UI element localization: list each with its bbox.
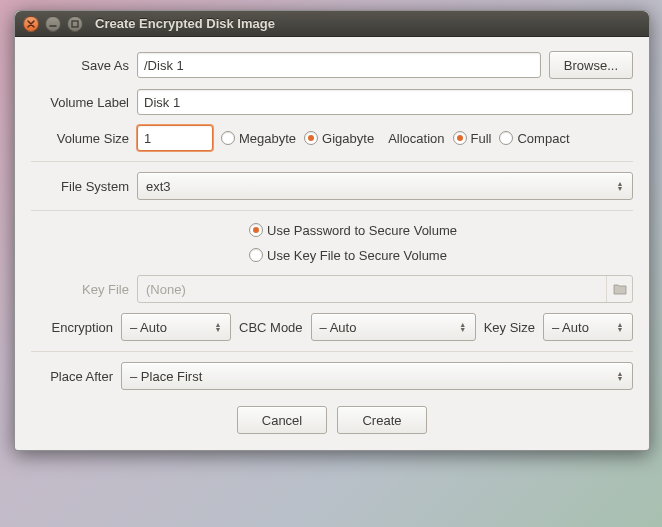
row-place-after: Place After – Place First ▲▼ <box>31 362 633 390</box>
radio-use-password[interactable]: Use Password to Secure Volume <box>249 223 457 238</box>
svg-rect-0 <box>72 21 78 27</box>
keyfile-placeholder: (None) <box>138 282 606 297</box>
cbc-mode-select[interactable]: – Auto ▲▼ <box>311 313 476 341</box>
radio-use-keyfile[interactable]: Use Key File to Secure Volume <box>249 248 447 263</box>
separator <box>31 351 633 352</box>
titlebar: Create Encrypted Disk Image <box>15 11 649 37</box>
encryption-value: – Auto <box>130 320 212 335</box>
dialog-window: Create Encrypted Disk Image Save As Brow… <box>14 10 650 451</box>
volume-size-input[interactable] <box>137 125 213 151</box>
key-size-select[interactable]: – Auto ▲▼ <box>543 313 633 341</box>
radio-compact[interactable]: Compact <box>499 131 569 146</box>
filesystem-select[interactable]: ext3 ▲▼ <box>137 172 633 200</box>
separator <box>31 210 633 211</box>
radio-use-keyfile-label: Use Key File to Secure Volume <box>267 248 447 263</box>
row-volume-label: Volume Label <box>31 89 633 115</box>
row-encryption: Encryption – Auto ▲▼ CBC Mode – Auto ▲▼ … <box>31 313 633 341</box>
create-button[interactable]: Create <box>337 406 427 434</box>
radio-gigabyte-label: Gigabyte <box>322 131 374 146</box>
key-size-value: – Auto <box>552 320 614 335</box>
encryption-select[interactable]: – Auto ▲▼ <box>121 313 231 341</box>
label-cbc-mode: CBC Mode <box>239 320 303 335</box>
place-after-value: – Place First <box>130 369 614 384</box>
content-area: Save As Browse... Volume Label Volume Si… <box>15 37 649 450</box>
label-filesystem: File System <box>31 179 129 194</box>
label-save-as: Save As <box>31 58 129 73</box>
label-encryption: Encryption <box>31 320 113 335</box>
label-volume-size: Volume Size <box>31 131 129 146</box>
volume-label-input[interactable] <box>137 89 633 115</box>
label-key-size: Key Size <box>484 320 535 335</box>
radio-full-label: Full <box>471 131 492 146</box>
window-title: Create Encrypted Disk Image <box>95 16 275 31</box>
cbc-mode-value: – Auto <box>320 320 457 335</box>
radio-megabyte[interactable]: Megabyte <box>221 131 296 146</box>
browse-button[interactable]: Browse... <box>549 51 633 79</box>
place-after-select[interactable]: – Place First ▲▼ <box>121 362 633 390</box>
label-keyfile: Key File <box>31 282 129 297</box>
filesystem-value: ext3 <box>146 179 614 194</box>
chevron-updown-icon: ▲▼ <box>614 322 626 332</box>
radio-full[interactable]: Full <box>453 131 492 146</box>
close-icon[interactable] <box>23 16 39 32</box>
radio-gigabyte[interactable]: Gigabyte <box>304 131 374 146</box>
minimize-icon[interactable] <box>45 16 61 32</box>
label-place-after: Place After <box>31 369 113 384</box>
footer-buttons: Cancel Create <box>31 406 633 434</box>
cancel-button[interactable]: Cancel <box>237 406 327 434</box>
keyfile-input: (None) <box>137 275 633 303</box>
row-volume-size: Volume Size Megabyte Gigabyte Allocation… <box>31 125 633 151</box>
maximize-icon[interactable] <box>67 16 83 32</box>
row-keyfile: Key File (None) <box>31 275 633 303</box>
save-as-input[interactable] <box>137 52 541 78</box>
row-save-as: Save As Browse... <box>31 51 633 79</box>
separator <box>31 161 633 162</box>
chevron-updown-icon: ▲▼ <box>212 322 224 332</box>
label-allocation: Allocation <box>388 131 444 146</box>
chevron-updown-icon: ▲▼ <box>614 181 626 191</box>
open-file-icon <box>606 276 632 302</box>
chevron-updown-icon: ▲▼ <box>614 371 626 381</box>
chevron-updown-icon: ▲▼ <box>457 322 469 332</box>
radio-megabyte-label: Megabyte <box>239 131 296 146</box>
radio-compact-label: Compact <box>517 131 569 146</box>
label-volume-label: Volume Label <box>31 95 129 110</box>
row-filesystem: File System ext3 ▲▼ <box>31 172 633 200</box>
radio-use-password-label: Use Password to Secure Volume <box>267 223 457 238</box>
